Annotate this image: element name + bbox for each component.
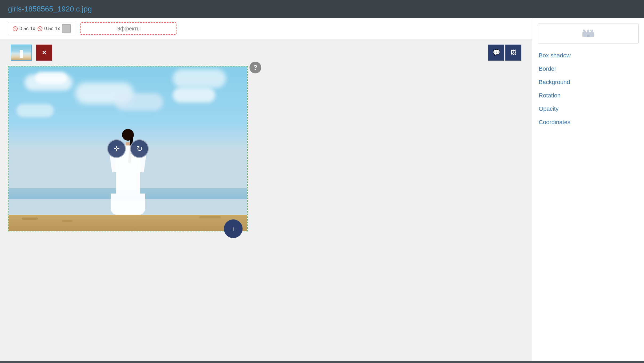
panel-icon	[580, 27, 596, 40]
clock-icon-1: 🚫	[13, 26, 18, 31]
title-bar: girls-1858565_1920.c.jpg	[0, 0, 644, 18]
image-controls-row: × 💬 🖼	[8, 45, 524, 61]
svg-rect-8	[590, 30, 591, 31]
svg-rect-4	[583, 30, 584, 31]
control-group-2: 🚫 0.5c 1x	[37, 26, 60, 31]
move-icon: ✛	[114, 144, 120, 153]
effects-list: Box shadow Border Background Rotation Op…	[538, 49, 639, 129]
floating-action-button[interactable]: ＋	[224, 219, 243, 238]
move-button[interactable]: ✛	[107, 139, 126, 158]
chat-icon: 💬	[493, 49, 500, 56]
add-icon: ＋	[230, 224, 236, 233]
svg-rect-6	[587, 30, 588, 31]
image-overlay-controls: ✛ ↻	[107, 139, 149, 158]
svg-rect-9	[592, 30, 593, 31]
control-group-1: 🚫 0.5c 1x	[13, 26, 35, 31]
rotate-icon: ↻	[136, 144, 143, 153]
svg-rect-11	[586, 34, 590, 35]
canvas-frame: ✛ ↻	[8, 66, 248, 231]
clock-icon-2: 🚫	[37, 26, 43, 31]
svg-rect-10	[587, 34, 590, 37]
effect-coordinates[interactable]: Coordinates	[538, 116, 639, 129]
effect-opacity[interactable]: Opacity	[538, 102, 639, 116]
rotate-button[interactable]: ↻	[130, 139, 149, 158]
controls-right: 💬 🖼	[488, 45, 521, 61]
image-icon: 🖼	[510, 49, 516, 56]
multiplier-value-2: 1x	[55, 26, 60, 31]
ground	[9, 215, 247, 231]
file-title: girls-1858565_1920.c.jpg	[8, 5, 92, 13]
canvas-section: ?	[8, 66, 524, 231]
toolbar-controls-group: 🚫 0.5c 1x 🚫 0.5c 1x	[8, 22, 75, 35]
canvas-area: 🚫 0.5c 1x 🚫 0.5c 1x Эффекты	[0, 18, 532, 361]
multiplier-value-1: 1x	[30, 26, 35, 31]
delete-button[interactable]: ×	[36, 45, 52, 61]
main-content: 🚫 0.5c 1x 🚫 0.5c 1x Эффекты	[0, 18, 644, 361]
cloud-4	[173, 69, 226, 88]
color-swatch[interactable]	[62, 24, 71, 33]
image-button[interactable]: 🖼	[505, 45, 521, 61]
effect-background[interactable]: Background	[538, 76, 639, 89]
controls-left: ×	[11, 45, 52, 61]
effect-rotation[interactable]: Rotation	[538, 89, 639, 102]
top-toolbar: 🚫 0.5c 1x 🚫 0.5c 1x Эффекты	[0, 18, 532, 39]
help-button[interactable]: ?	[249, 62, 261, 73]
panel-search-bar[interactable]	[538, 23, 639, 44]
image-thumbnail[interactable]	[11, 45, 32, 61]
effects-button[interactable]: Эффекты	[80, 22, 176, 35]
question-icon: ?	[253, 64, 257, 71]
cloud-6	[17, 104, 54, 117]
cloud-5	[173, 88, 215, 102]
effect-box-shadow[interactable]: Box shadow	[538, 49, 639, 62]
svg-rect-5	[584, 30, 585, 31]
cloud-7	[115, 93, 163, 111]
effect-border[interactable]: Border	[538, 62, 639, 76]
time-value-1: 0.5c	[19, 26, 29, 31]
chat-button[interactable]: 💬	[488, 45, 504, 61]
svg-rect-7	[588, 30, 589, 31]
time-value-2: 0.5c	[44, 26, 53, 31]
x-icon: ×	[42, 48, 46, 57]
cloud-2	[35, 72, 67, 84]
right-panel: Box shadow Border Background Rotation Op…	[532, 18, 644, 361]
